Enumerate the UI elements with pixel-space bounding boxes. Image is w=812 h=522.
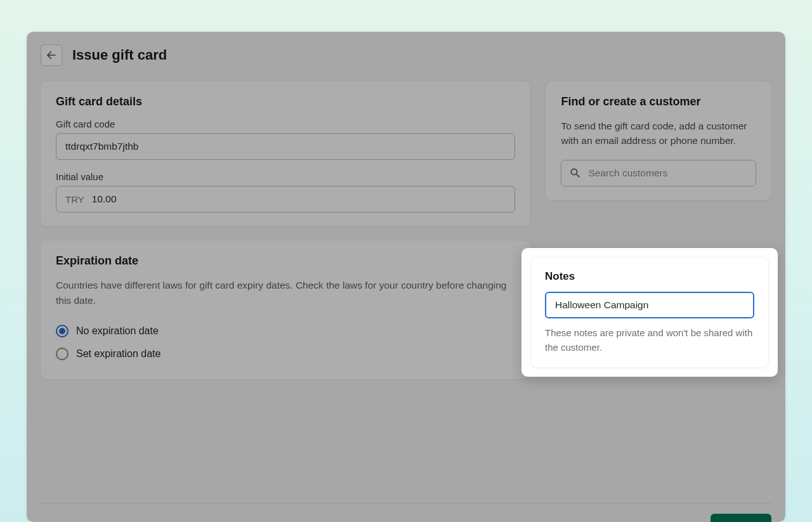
gift-card-code-input[interactable] bbox=[56, 133, 515, 160]
customer-card: Find or create a customer To send the gi… bbox=[546, 81, 771, 200]
app-frame: Issue gift card Gift card details Gift c… bbox=[27, 32, 785, 522]
initial-value-input[interactable] bbox=[92, 193, 506, 205]
radio-label-set-expiration: Set expiration date bbox=[76, 348, 160, 360]
radio-icon-checked bbox=[56, 325, 69, 337]
back-button[interactable] bbox=[41, 44, 62, 66]
customer-help: To send the gift card code, add a custom… bbox=[561, 119, 756, 148]
initial-value-label: Initial value bbox=[56, 171, 515, 182]
page-header: Issue gift card bbox=[41, 44, 771, 66]
search-icon bbox=[569, 167, 582, 179]
initial-value-field: Initial value TRY bbox=[56, 171, 515, 212]
radio-set-expiration[interactable]: Set expiration date bbox=[56, 343, 515, 365]
expiration-card: Expiration date Countries have different… bbox=[41, 240, 530, 379]
gift-card-details-card: Gift card details Gift card code Initial… bbox=[41, 81, 530, 226]
customer-search[interactable] bbox=[561, 160, 756, 186]
currency-prefix: TRY bbox=[65, 194, 84, 205]
expiration-help: Countries have different laws for gift c… bbox=[56, 278, 515, 308]
gift-card-code-label: Gift card code bbox=[56, 119, 515, 129]
gift-card-code-field: Gift card code bbox=[56, 119, 515, 160]
initial-value-input-wrap[interactable]: TRY bbox=[56, 186, 515, 212]
notes-heading: Notes bbox=[545, 270, 754, 283]
page-title: Issue gift card bbox=[72, 47, 167, 63]
radio-label-no-expiration: No expiration date bbox=[76, 325, 159, 337]
radio-no-expiration[interactable]: No expiration date bbox=[56, 320, 515, 343]
customer-search-input[interactable] bbox=[588, 167, 748, 179]
radio-icon-unchecked bbox=[56, 348, 69, 360]
left-column: Gift card details Gift card code Initial… bbox=[41, 81, 530, 379]
notes-highlight-wrapper: Notes These notes are private and won't … bbox=[521, 248, 778, 377]
expiration-heading: Expiration date bbox=[56, 254, 515, 268]
customer-heading: Find or create a customer bbox=[561, 95, 756, 108]
notes-help: These notes are private and won't be sha… bbox=[545, 326, 754, 355]
activate-button[interactable]: Activate bbox=[710, 514, 771, 522]
details-heading: Gift card details bbox=[56, 95, 515, 108]
notes-input[interactable] bbox=[545, 292, 754, 318]
bottom-bar: Activate bbox=[41, 503, 771, 522]
notes-card: Notes These notes are private and won't … bbox=[530, 257, 769, 368]
arrow-left-icon bbox=[46, 49, 57, 61]
